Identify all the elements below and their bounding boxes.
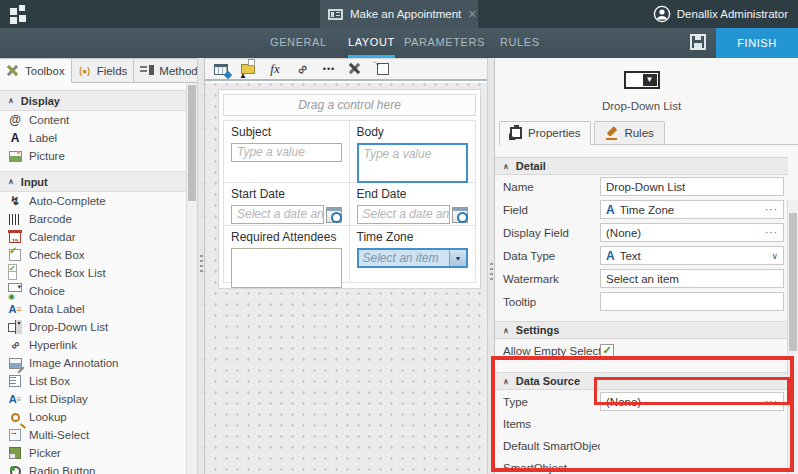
time-zone-dropdown[interactable]: Select an item ▼ [357, 248, 469, 268]
section-display[interactable]: ∧ Display [0, 90, 186, 111]
ellipsis-button[interactable] [765, 204, 778, 215]
section-data-source[interactable]: ∧ Data Source [495, 372, 788, 390]
paste-icon[interactable] [375, 62, 391, 76]
toolbox-item-picture[interactable]: Picture [0, 147, 186, 165]
required-attendees-listbox[interactable] [231, 248, 342, 288]
ellipsis-button[interactable] [765, 227, 778, 238]
layout-table: Subject Type a value Body Type a value S… [223, 120, 476, 283]
splitter-handle[interactable] [490, 263, 493, 281]
style-tools-icon[interactable] [348, 62, 364, 76]
toolbox-item-picker[interactable]: Picker [0, 444, 186, 462]
text-field-icon: A [606, 249, 615, 263]
dropdown-arrow-icon[interactable]: ▼ [449, 250, 466, 266]
sidebar-splitter[interactable] [197, 58, 205, 474]
toolbox-item-lookup[interactable]: Lookup [0, 408, 186, 426]
properties-scrollbar[interactable] [787, 200, 798, 474]
toolbox-item-barcode[interactable]: Barcode [0, 210, 186, 228]
document-tab[interactable]: Make an Appointment × [320, 0, 478, 28]
property-row-watermark: Watermark Select an item [495, 267, 798, 290]
section-settings[interactable]: ∧ Settings [495, 321, 788, 339]
toolbox-item-label[interactable]: Label [0, 129, 186, 147]
toolbox-item-auto-complete[interactable]: Auto-Complete [0, 192, 186, 210]
check-box-icon [9, 249, 21, 261]
toolbox-item-data-label[interactable]: Data Label [0, 300, 186, 318]
tab-rules[interactable]: Rules [594, 121, 664, 144]
toolbox-item-image-annotation[interactable]: Image Annotation [0, 354, 186, 372]
cell-body[interactable]: Body Type a value [350, 121, 476, 182]
tab-rules[interactable]: RULES [500, 28, 540, 58]
data-source-type-picker[interactable]: (None) [600, 392, 784, 411]
toolbox-item-check-box[interactable]: Check Box [0, 246, 186, 264]
body-textarea[interactable]: Type a value [357, 143, 469, 183]
tab-properties[interactable]: Properties [499, 121, 591, 145]
toolbox-item-radio-button[interactable]: Radio Button [0, 462, 186, 474]
item-label: List Box [29, 375, 70, 387]
property-label: Data Type [503, 250, 600, 262]
cell-subject[interactable]: Subject Type a value [224, 121, 350, 182]
tab-rules-label: Rules [624, 127, 653, 139]
tab-toolbox[interactable]: Toolbox [0, 59, 72, 83]
field-label: End Date [357, 187, 469, 201]
cell-required-attendees[interactable]: Required Attendees [224, 226, 350, 282]
tab-general[interactable]: GENERAL [270, 28, 327, 58]
date-picker-icon[interactable] [452, 207, 468, 223]
display-field-picker[interactable]: (None) [600, 223, 784, 242]
drop-zone[interactable]: Drag a control here [223, 94, 476, 116]
ellipsis-button[interactable] [765, 396, 778, 407]
cell-time-zone[interactable]: Time Zone Select an item ▼ [350, 226, 476, 282]
selected-control-header: ▼ Drop-Down List [495, 58, 788, 112]
canvas-grid[interactable]: Drag a control here Subject Type a value… [205, 83, 487, 474]
splitter-handle[interactable] [200, 255, 203, 273]
toolbox-item-content[interactable]: Content [0, 111, 186, 129]
tab-parameters[interactable]: PARAMETERS [404, 28, 485, 58]
property-label: Type [503, 396, 600, 408]
start-date-input[interactable]: Select a date and [231, 205, 324, 224]
section-detail[interactable]: ∧ Detail [495, 157, 788, 175]
toolbox-item-calendar[interactable]: Calendar [0, 228, 186, 246]
toolbox-item-list-box[interactable]: List Box [0, 372, 186, 390]
name-input[interactable]: Drop-Down List [600, 177, 784, 196]
expression-icon[interactable] [267, 62, 283, 76]
save-icon [690, 34, 706, 50]
chevron-down-icon[interactable] [771, 251, 778, 261]
toolbox-item-hyperlink[interactable]: Hyperlink [0, 336, 186, 354]
section-input[interactable]: ∧ Input [0, 171, 186, 192]
toolbox-item-multi-select[interactable]: Multi-Select [0, 426, 186, 444]
tab-fields[interactable]: Fields [72, 59, 135, 82]
dropdown-watermark: Select an item [359, 250, 450, 266]
end-date-input[interactable]: Select a date and [357, 205, 451, 224]
close-icon[interactable]: × [468, 7, 476, 21]
user-menu[interactable]: Denallix Administrator [653, 0, 788, 28]
cell-end-date[interactable]: End Date Select a date and [350, 183, 476, 225]
properties-scrollbar-thumb[interactable] [789, 213, 797, 351]
toolbox-item-choice[interactable]: Choice [0, 282, 186, 300]
item-label: Radio Button [29, 465, 96, 474]
sidebar-scrollbar[interactable] [186, 83, 197, 474]
app-launcher-icon[interactable] [10, 5, 30, 24]
properties-splitter[interactable] [487, 58, 495, 474]
save-button[interactable] [690, 34, 708, 52]
tab-layout[interactable]: LAYOUT [348, 28, 395, 58]
auto-complete-icon [8, 194, 22, 208]
toolbox-item-drop-down-list[interactable]: Drop-Down List [0, 318, 186, 336]
toolbox-tools-icon [6, 64, 20, 78]
tooltip-input[interactable] [600, 292, 784, 311]
allow-empty-checkbox[interactable] [600, 344, 614, 358]
properties-clipboard-icon [510, 127, 522, 139]
sidebar-scrollbar-thumb[interactable] [188, 85, 196, 201]
more-icon[interactable] [321, 62, 337, 76]
finish-button[interactable]: FINISH [716, 28, 798, 58]
properties-tab-strip: Properties Rules [499, 121, 798, 145]
change-control-icon[interactable] [240, 62, 256, 76]
date-picker-icon[interactable] [326, 207, 342, 223]
data-type-select[interactable]: A Text [600, 246, 784, 265]
field-picker[interactable]: A Time Zone [600, 200, 784, 219]
remove-link-icon[interactable] [294, 62, 310, 76]
toolbox-item-check-box-list[interactable]: Check Box List [0, 264, 186, 282]
subject-textbox[interactable]: Type a value [231, 143, 342, 162]
watermark-input[interactable]: Select an item [600, 269, 784, 288]
cell-start-date[interactable]: Start Date Select a date and [224, 183, 350, 225]
toolbox-item-list-display[interactable]: List Display [0, 390, 186, 408]
toolbox-tab-strip: Toolbox Fields Methods [0, 59, 197, 83]
edit-layout-table-icon[interactable] [213, 62, 229, 76]
